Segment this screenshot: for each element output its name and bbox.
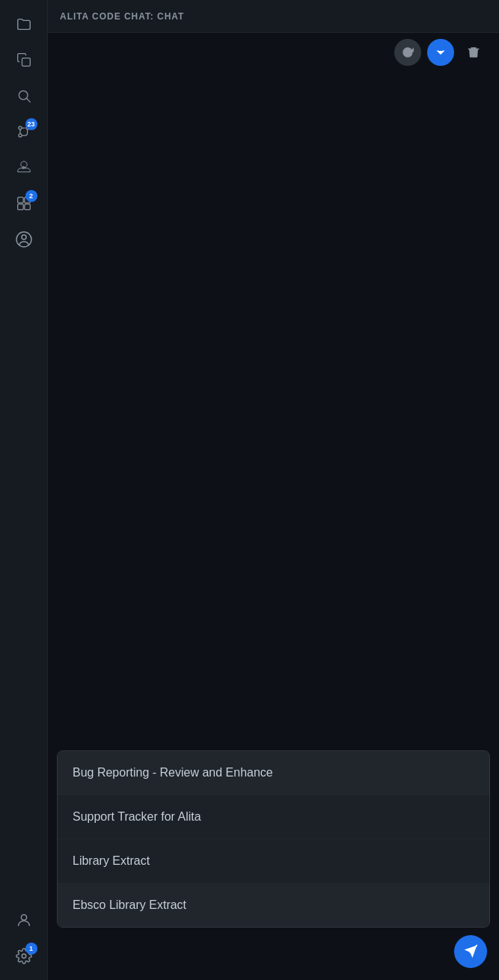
svg-line-2 bbox=[26, 99, 30, 102]
dropdown-menu: Bug Reporting - Review and Enhance Suppo… bbox=[57, 750, 490, 928]
settings-badge: 1 bbox=[25, 943, 37, 955]
toolbar bbox=[394, 39, 487, 66]
sidebar-item-source-control[interactable]: 23 bbox=[9, 117, 39, 147]
svg-marker-6 bbox=[22, 166, 26, 170]
svg-marker-16 bbox=[465, 946, 477, 958]
sidebar-item-search[interactable] bbox=[9, 81, 39, 111]
svg-point-5 bbox=[18, 134, 21, 137]
main-panel: ALITA CODE CHAT: CHAT Bug Reporting - Re… bbox=[48, 0, 499, 980]
clear-button[interactable] bbox=[460, 39, 487, 66]
send-button[interactable] bbox=[454, 935, 487, 968]
refresh-button[interactable] bbox=[394, 39, 421, 66]
svg-rect-10 bbox=[24, 204, 30, 210]
dropdown-item-ebsco-library-extract[interactable]: Ebsco Library Extract bbox=[58, 883, 489, 927]
source-control-badge: 23 bbox=[25, 118, 37, 130]
svg-point-3 bbox=[18, 126, 21, 129]
sidebar-bottom: 1 bbox=[9, 905, 39, 971]
svg-rect-9 bbox=[17, 204, 23, 210]
sidebar: 23 2 1 bbox=[0, 0, 48, 980]
svg-point-13 bbox=[21, 915, 26, 920]
sidebar-item-account[interactable] bbox=[9, 905, 39, 935]
dropdown-item-support-tracker[interactable]: Support Tracker for Alita bbox=[58, 795, 489, 839]
sidebar-item-avatar[interactable] bbox=[9, 224, 39, 254]
dropdown-item-bug-reporting[interactable]: Bug Reporting - Review and Enhance bbox=[58, 751, 489, 795]
sidebar-item-copy[interactable] bbox=[9, 45, 39, 75]
scroll-down-button[interactable] bbox=[427, 39, 454, 66]
svg-point-12 bbox=[22, 235, 26, 239]
sidebar-item-folder[interactable] bbox=[9, 9, 39, 39]
sidebar-item-settings[interactable]: 1 bbox=[9, 941, 39, 971]
header: ALITA CODE CHAT: CHAT bbox=[48, 0, 499, 33]
page-title: ALITA CODE CHAT: CHAT bbox=[60, 11, 184, 22]
svg-point-14 bbox=[22, 954, 26, 958]
svg-rect-7 bbox=[17, 197, 23, 203]
dropdown-item-library-extract[interactable]: Library Extract bbox=[58, 839, 489, 883]
svg-point-1 bbox=[19, 91, 28, 99]
sidebar-item-run-debug[interactable] bbox=[9, 153, 39, 183]
extensions-badge: 2 bbox=[25, 190, 37, 202]
svg-rect-0 bbox=[22, 58, 30, 67]
sidebar-item-extensions[interactable]: 2 bbox=[9, 189, 39, 218]
